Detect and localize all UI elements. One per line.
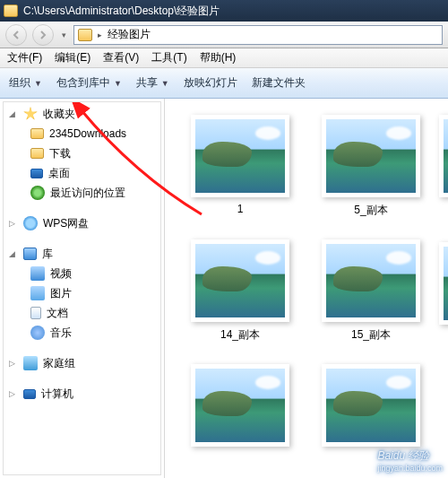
address-current-folder[interactable]: 经验图片 <box>108 27 151 42</box>
thumbnail <box>322 239 420 322</box>
file-item[interactable]: 14_副本 <box>177 239 303 343</box>
breadcrumb-sep-icon[interactable]: ▸ <box>98 30 102 39</box>
sidebar-item-pictures[interactable]: 图片 <box>0 283 164 303</box>
sidebar-item-documents[interactable]: 文档 <box>0 303 164 323</box>
forward-button[interactable] <box>32 24 54 46</box>
chevron-down-icon: ▼ <box>34 79 42 88</box>
thumbnail <box>191 115 289 197</box>
menu-help[interactable]: 帮助(H) <box>200 50 237 65</box>
sidebar-item-downloads[interactable]: 下载 <box>0 143 164 163</box>
thumbnail <box>322 115 420 197</box>
menu-bar: 文件(F) 编辑(E) 查看(V) 工具(T) 帮助(H) <box>0 48 448 68</box>
file-item-partial[interactable] <box>439 115 448 197</box>
address-bar[interactable]: ▸ 经验图片 <box>73 25 443 45</box>
main-area: ◢ 收藏夹 2345Downloads 下载 桌面 最近访问的位置 ▷WPS网盘… <box>0 99 448 478</box>
history-dropdown-icon[interactable]: ▾ <box>59 24 68 46</box>
organize-button[interactable]: 组织▼ <box>9 75 42 91</box>
nav-toolbar: ▾ ▸ 经验图片 <box>0 22 448 48</box>
menu-tools[interactable]: 工具(T) <box>151 50 186 65</box>
thumbnail <box>191 239 289 322</box>
sidebar-wps[interactable]: ▷WPS网盘 <box>0 213 164 233</box>
library-icon <box>23 248 37 260</box>
sidebar-homegroup[interactable]: ▷家庭组 <box>0 353 164 373</box>
slideshow-button[interactable]: 放映幻灯片 <box>184 75 237 91</box>
sidebar-item-video[interactable]: 视频 <box>0 264 164 283</box>
include-in-library-button[interactable]: 包含到库中▼ <box>56 75 122 91</box>
menu-edit[interactable]: 编辑(E) <box>55 50 90 65</box>
chevron-down-icon: ▼ <box>161 79 169 88</box>
sidebar-item-music[interactable]: 音乐 <box>0 323 164 343</box>
collapse-icon[interactable]: ◢ <box>9 109 18 118</box>
file-name: 14_副本 <box>220 327 260 343</box>
menu-file[interactable]: 文件(F) <box>7 50 42 65</box>
collapse-icon[interactable]: ◢ <box>9 249 18 258</box>
desktop-icon <box>30 169 43 178</box>
window-title-path: C:\Users\Administrator\Desktop\经验图片 <box>23 4 220 19</box>
expand-icon[interactable]: ▷ <box>9 389 18 398</box>
star-icon <box>23 107 38 121</box>
sidebar-item-recent[interactable]: 最近访问的位置 <box>0 183 164 203</box>
sidebar-item-2345downloads[interactable]: 2345Downloads <box>0 124 164 143</box>
expand-icon[interactable]: ▷ <box>9 219 18 228</box>
back-button[interactable] <box>5 24 27 46</box>
documents-icon <box>30 307 41 319</box>
sidebar-item-desktop[interactable]: 桌面 <box>0 163 164 183</box>
chevron-down-icon: ▼ <box>114 79 122 88</box>
window-titlebar: C:\Users\Administrator\Desktop\经验图片 <box>0 0 448 22</box>
homegroup-icon <box>23 356 38 370</box>
file-name: 15_副本 <box>351 327 391 343</box>
navigation-pane: ◢ 收藏夹 2345Downloads 下载 桌面 最近访问的位置 ▷WPS网盘… <box>0 99 165 478</box>
thumbnail <box>191 364 289 447</box>
music-icon <box>30 326 45 340</box>
cloud-icon <box>23 216 38 230</box>
file-view[interactable]: 1 5_副本 14_副本 15_副本 <box>165 99 448 478</box>
sidebar-favorites[interactable]: ◢ 收藏夹 <box>0 104 164 124</box>
folder-icon <box>78 29 92 41</box>
file-item[interactable]: 15_副本 <box>308 239 434 343</box>
file-name: 5_副本 <box>354 203 387 218</box>
recent-icon <box>30 186 45 200</box>
expand-icon[interactable]: ▷ <box>9 359 18 368</box>
file-item[interactable] <box>308 364 434 447</box>
share-button[interactable]: 共享▼ <box>136 75 169 91</box>
file-name: 1 <box>237 203 244 215</box>
new-folder-button[interactable]: 新建文件夹 <box>252 75 306 91</box>
computer-icon <box>23 389 36 399</box>
sidebar-favorites-label: 收藏夹 <box>43 107 75 122</box>
folder-icon <box>4 4 18 17</box>
folder-icon <box>30 128 44 139</box>
pictures-icon <box>30 286 45 300</box>
video-icon <box>30 266 45 281</box>
folder-icon <box>30 148 44 159</box>
command-toolbar: 组织▼ 包含到库中▼ 共享▼ 放映幻灯片 新建文件夹 <box>0 68 448 99</box>
sidebar-computer[interactable]: ▷计算机 <box>0 384 164 404</box>
sidebar-libraries[interactable]: ◢库 <box>0 244 164 264</box>
file-item[interactable]: 1 <box>177 115 303 218</box>
thumbnail <box>322 364 420 447</box>
file-item-partial[interactable] <box>439 242 448 325</box>
menu-view[interactable]: 查看(V) <box>103 50 139 65</box>
file-item[interactable] <box>177 364 303 447</box>
file-item[interactable]: 5_副本 <box>308 115 434 218</box>
